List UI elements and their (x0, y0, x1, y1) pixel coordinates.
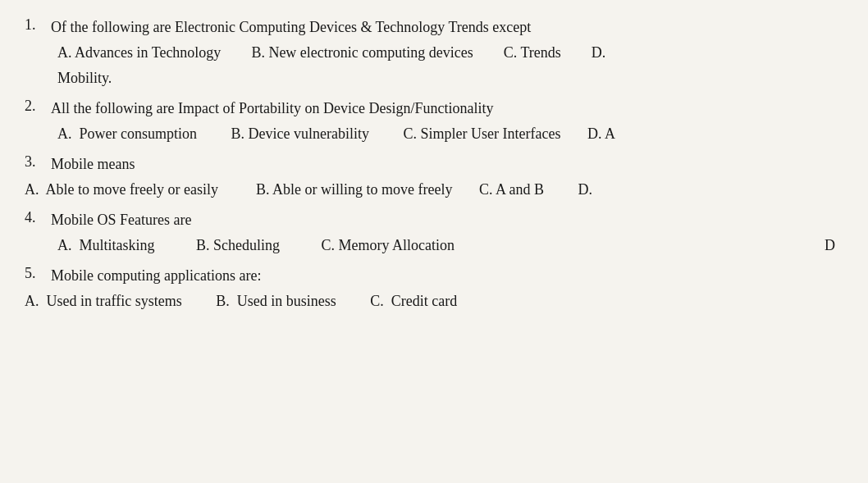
question-3-line: 3. Mobile means (25, 153, 843, 175)
question-2: 2. All the following are Impact of Porta… (25, 98, 843, 145)
question-2-line: 2. All the following are Impact of Porta… (25, 98, 843, 120)
question-1-answers-line2: Mobility. (25, 67, 843, 89)
question-3: 3. Mobile means A. Able to move freely o… (25, 153, 843, 201)
question-2-number: 2. (25, 98, 51, 115)
q1-answer-c: C. Trends (504, 42, 569, 64)
q2-answer-a: A. Power consumption (57, 123, 208, 145)
question-5: 5. Mobile computing applications are: A.… (25, 265, 843, 312)
question-5-text: Mobile computing applications are: (51, 265, 261, 287)
question-3-text: Mobile means (51, 153, 135, 175)
q1-answer-d: D. (592, 42, 606, 64)
questions-container: 1. Of the following are Electronic Compu… (25, 16, 843, 467)
q4-answer-b: B. Scheduling (196, 235, 299, 257)
question-3-number: 3. (25, 153, 51, 171)
question-5-number: 5. (25, 265, 51, 282)
q2-answer-d: D. A (583, 123, 615, 145)
question-1-answers: A. Advances in Technology B. New electro… (25, 42, 843, 64)
q3-answer-b: B. Able or willing to move freely (256, 179, 452, 201)
question-4-answers: A. Multitasking B. Scheduling C. Memory … (25, 235, 843, 257)
question-1-line: 1. Of the following are Electronic Compu… (25, 16, 843, 39)
q4-answers-left: A. Multitasking B. Scheduling C. Memory … (57, 235, 477, 257)
q4-answer-a: A. Multitasking (57, 235, 173, 257)
question-3-answers: A. Able to move freely or easily B. Able… (25, 179, 843, 201)
question-2-answers: A. Power consumption B. Device vulnerabi… (25, 123, 843, 145)
question-4-number: 4. (25, 209, 51, 226)
q2-answer-c: C. Simpler User Interfaces (403, 123, 560, 145)
q3-answer-a: A. Able to move freely or easily (25, 179, 233, 201)
q1-answer-a: A. Advances in Technology (57, 42, 228, 64)
q5-answer-c: C. Credit card (370, 290, 457, 312)
q5-answer-b: B. Used in business (216, 290, 347, 312)
q1-mobility: Mobility. (57, 67, 112, 89)
question-2-text: All the following are Impact of Portabil… (51, 98, 493, 120)
q3-answer-c: C. A and B (475, 179, 555, 201)
q4-answer-d: D (825, 235, 835, 257)
question-1-number: 1. (25, 16, 51, 34)
q4-answer-c: C. Memory Allocation (322, 235, 455, 257)
question-4: 4. Mobile OS Features are A. Multitaskin… (25, 209, 843, 257)
q5-answer-a: A. Used in traffic systems (25, 290, 193, 312)
q3-answer-d: D. (578, 179, 592, 201)
question-5-line: 5. Mobile computing applications are: (25, 265, 843, 287)
q2-answer-b: B. Device vulnerability (231, 123, 381, 145)
question-4-line: 4. Mobile OS Features are (25, 209, 843, 231)
question-1-text: Of the following are Electronic Computin… (51, 16, 531, 39)
question-4-text: Mobile OS Features are (51, 209, 191, 231)
q1-answer-b: B. New electronic computing devices (251, 42, 480, 64)
question-1: 1. Of the following are Electronic Compu… (25, 16, 843, 89)
question-5-answers: A. Used in traffic systems B. Used in bu… (25, 290, 843, 312)
